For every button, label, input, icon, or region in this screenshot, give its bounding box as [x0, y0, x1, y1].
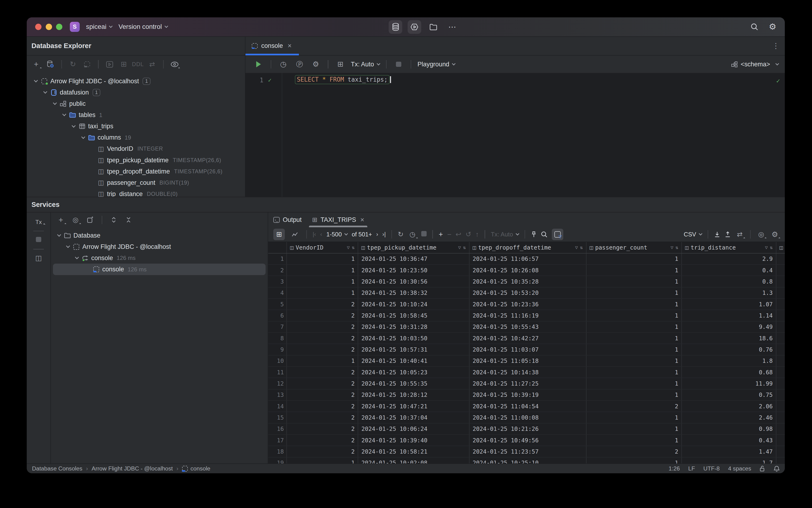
cell[interactable]: 2024-01-25 10:49:56 — [469, 435, 586, 446]
table-row[interactable]: 1822024-01-25 10:58:212024-01-25 11:23:5… — [268, 446, 785, 457]
cell[interactable]: 2 — [287, 389, 358, 400]
table-row[interactable]: 922024-01-25 10:57:312024-01-25 11:03:07… — [268, 344, 785, 355]
cell[interactable] — [776, 435, 785, 446]
cell[interactable]: 1.14 — [682, 310, 776, 321]
chevron-expanded-icon[interactable] — [60, 114, 68, 116]
sort-icon[interactable]: ⇅ — [580, 245, 583, 250]
cell[interactable]: 2024-01-25 10:28:12 — [358, 389, 469, 400]
cell[interactable]: 2024-01-25 11:27:25 — [469, 378, 586, 389]
cell[interactable]: 2024-01-25 10:58:21 — [358, 446, 469, 457]
tree-item-console[interactable]: console126 ms — [53, 264, 266, 275]
cell[interactable]: 2 — [287, 333, 358, 344]
chevron-expanded-icon[interactable] — [55, 234, 63, 237]
tree-item-tables[interactable]: tables1 — [27, 110, 245, 121]
encoding-indicator[interactable]: UTF-8 — [704, 465, 720, 472]
table-row[interactable]: 1722024-01-25 10:39:402024-01-25 10:49:5… — [268, 435, 785, 446]
cell[interactable]: 1 — [287, 254, 358, 264]
tx-strip-button[interactable]: Tx — [35, 219, 42, 225]
sql-code-line[interactable]: SELECT * FROM taxi_trips; — [282, 73, 391, 197]
cell[interactable]: 0.43 — [682, 435, 776, 446]
table-row[interactable]: 1912024-01-25 10:02:082024-01-25 10:25:1… — [268, 458, 785, 463]
cell[interactable]: 1 — [586, 424, 682, 434]
cell[interactable] — [776, 378, 785, 389]
cell[interactable]: 2024-01-25 11:06:57 — [469, 254, 586, 264]
cell[interactable]: 2024-01-25 10:36:47 — [358, 254, 469, 264]
cell[interactable]: 1 — [586, 412, 682, 423]
collapse-all-button[interactable] — [124, 215, 133, 224]
cell[interactable]: 2024-01-25 10:02:08 — [358, 458, 469, 463]
add-service-button[interactable]: + — [56, 215, 65, 224]
tree-item-datafusion[interactable]: datafusion1 — [27, 87, 245, 98]
project-files-button[interactable] — [426, 20, 440, 34]
filter-funnel-icon[interactable]: ▽ — [575, 245, 578, 250]
stop-button[interactable] — [393, 59, 404, 70]
cell[interactable]: 1.07 — [682, 299, 776, 309]
open-in-new-tab-button[interactable] — [86, 215, 95, 224]
cell[interactable]: 2024-01-25 11:04:54 — [469, 401, 586, 412]
tree-item-columns[interactable]: columns19 — [27, 132, 245, 143]
cell[interactable]: 1 — [586, 299, 682, 309]
browse-data-button[interactable]: ⊞ — [335, 59, 346, 70]
sort-icon[interactable]: ⇅ — [463, 245, 466, 250]
cell[interactable]: 2024-01-25 10:40:41 — [358, 355, 469, 366]
cell[interactable]: 2 — [287, 310, 358, 321]
indent-indicator[interactable]: 4 spaces — [728, 465, 751, 472]
search-in-grid-button[interactable] — [541, 231, 548, 238]
cell[interactable]: 0.76 — [682, 344, 776, 355]
cell[interactable]: 2024-01-25 10:37:04 — [358, 412, 469, 423]
tree-item-tpep-pickup-datetime[interactable]: ◫tpep_pickup_datetimeTIMESTAMP(26,6) — [27, 155, 245, 166]
cell[interactable]: 2.9 — [682, 254, 776, 264]
undo-button[interactable]: ↩ — [456, 231, 461, 238]
cell[interactable] — [776, 288, 785, 298]
cell[interactable]: 2024-01-25 11:23:57 — [469, 446, 586, 457]
tree-item-trip-distance[interactable]: ◫trip_distanceDOUBLE(0) — [27, 188, 245, 197]
stop-query-button[interactable] — [421, 231, 426, 238]
tree-item-console[interactable]: console126 ms — [51, 252, 267, 264]
cell[interactable]: 2.06 — [682, 401, 776, 412]
tab-console[interactable]: console × — [245, 37, 299, 55]
cell[interactable]: 2 — [287, 344, 358, 355]
tab-taxi-trips[interactable]: ⊞ TAXI_TRIPS × — [307, 212, 369, 227]
chevron-expanded-icon[interactable] — [51, 102, 59, 105]
cell[interactable]: 0.8 — [682, 276, 776, 287]
cell[interactable]: 1.7 — [682, 458, 776, 463]
cell[interactable]: 2024-01-25 10:31:28 — [358, 322, 469, 332]
chevron-expanded-icon[interactable] — [32, 80, 40, 83]
tree-item-database[interactable]: Database — [51, 230, 267, 241]
cell[interactable]: 2024-01-25 10:21:26 — [469, 424, 586, 434]
caret-position[interactable]: 1:26 — [669, 465, 680, 472]
database-tool-button[interactable] — [389, 20, 402, 34]
table-row[interactable]: 312024-01-25 10:30:562024-01-25 10:35:28… — [268, 276, 785, 287]
more-tool-windows-button[interactable]: ⋯ — [445, 20, 459, 34]
cell[interactable]: 1 — [586, 378, 682, 389]
cell[interactable]: 18.6 — [682, 333, 776, 344]
cell[interactable]: 2 — [287, 446, 358, 457]
tree-item-vendorid[interactable]: ◫VendorIDINTEGER — [27, 143, 245, 155]
cell[interactable] — [776, 458, 785, 463]
vcs-menu[interactable]: Version control — [119, 23, 168, 31]
reload-page-button[interactable]: ↻ — [398, 231, 403, 238]
chevron-expanded-icon[interactable] — [79, 136, 87, 139]
minimize-window-button[interactable] — [46, 24, 52, 30]
cell[interactable]: 2024-01-25 10:57:31 — [358, 344, 469, 355]
breadcrumb-console[interactable]: console — [190, 465, 210, 472]
view-options-button[interactable] — [170, 59, 179, 69]
cell[interactable]: 2024-01-25 10:53:20 — [469, 288, 586, 298]
previous-page-button[interactable]: ‹ — [320, 231, 322, 237]
refresh-button[interactable]: ↻ — [68, 59, 78, 69]
cell[interactable]: 2024-01-25 10:30:56 — [358, 276, 469, 287]
cell[interactable]: 1 — [287, 458, 358, 463]
column-header-tpep_dropoff_datetime[interactable]: ◫tpep_dropoff_datetime▽⇅ — [469, 242, 586, 253]
column-header-passenger_count[interactable]: ◫passenger_count▽⇅ — [586, 242, 682, 253]
cell[interactable]: 1 — [287, 276, 358, 287]
column-header-vendorid[interactable]: ◫VendorID▽⇅ — [287, 242, 358, 253]
filter-funnel-icon[interactable]: ▽ — [765, 245, 768, 250]
cell[interactable]: 1 — [586, 435, 682, 446]
playground-selector[interactable]: Playground — [417, 61, 455, 68]
cell[interactable]: 1 — [287, 288, 358, 298]
filter-funnel-icon[interactable]: ▽ — [458, 245, 461, 250]
add-datasource-button[interactable]: + — [32, 59, 41, 69]
sql-editor[interactable]: 1 ✓ SELECT * FROM taxi_trips; ✓ — [245, 73, 784, 197]
table-row[interactable]: 1222024-01-25 10:55:352024-01-25 11:27:2… — [268, 378, 785, 389]
table-row[interactable]: 1122024-01-25 10:05:232024-01-25 10:14:3… — [268, 367, 785, 378]
